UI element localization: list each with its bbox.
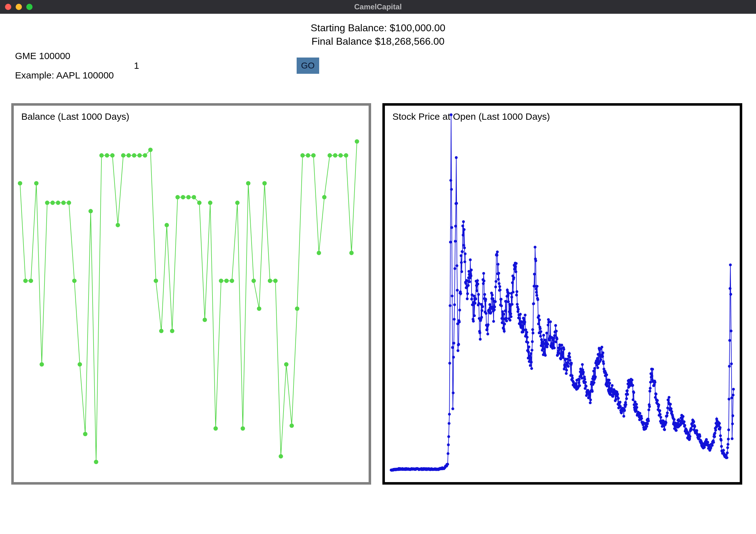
ticker-input[interactable]: GME 100000 [15,51,122,61]
final-balance-label: Final Balance $18,268,566.00 [15,35,741,48]
ticker-example: Example: AAPL 100000 [15,70,122,81]
traffic-lights [5,4,33,10]
stock-chart: Stock Price at Open (Last 1000 Days) [382,103,742,485]
ticker-input-block: GME 100000 Example: AAPL 100000 [15,51,122,81]
stock-chart-canvas [385,106,740,482]
number-input[interactable]: 1 [134,60,284,71]
window-title: CamelCapital [354,3,402,11]
balance-chart-canvas [14,106,368,482]
summary-block: Starting Balance: $100,000.00 Final Bala… [15,21,741,48]
close-window-icon[interactable] [5,4,11,10]
inputs-row: GME 100000 Example: AAPL 100000 1 GO [15,51,741,81]
starting-balance-label: Starting Balance: $100,000.00 [15,21,741,35]
window-titlebar: CamelCapital [0,0,756,14]
balance-chart: Balance (Last 1000 Days) [11,103,371,485]
minimize-window-icon[interactable] [16,4,22,10]
go-button[interactable]: GO [297,58,319,74]
zoom-window-icon[interactable] [26,4,33,10]
header-area: Starting Balance: $100,000.00 Final Bala… [0,14,756,91]
charts-row: Balance (Last 1000 Days) Stock Price at … [0,91,756,485]
